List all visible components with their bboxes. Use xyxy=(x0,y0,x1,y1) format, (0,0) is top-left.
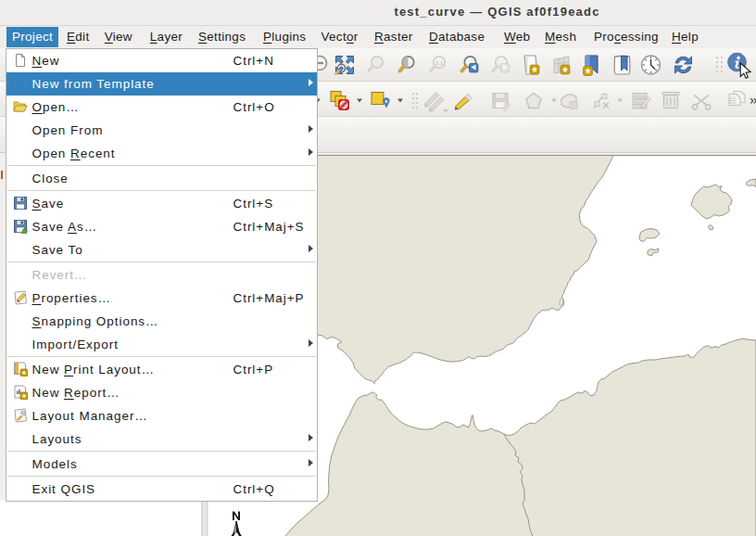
svg-text:1:1: 1:1 xyxy=(435,60,443,66)
